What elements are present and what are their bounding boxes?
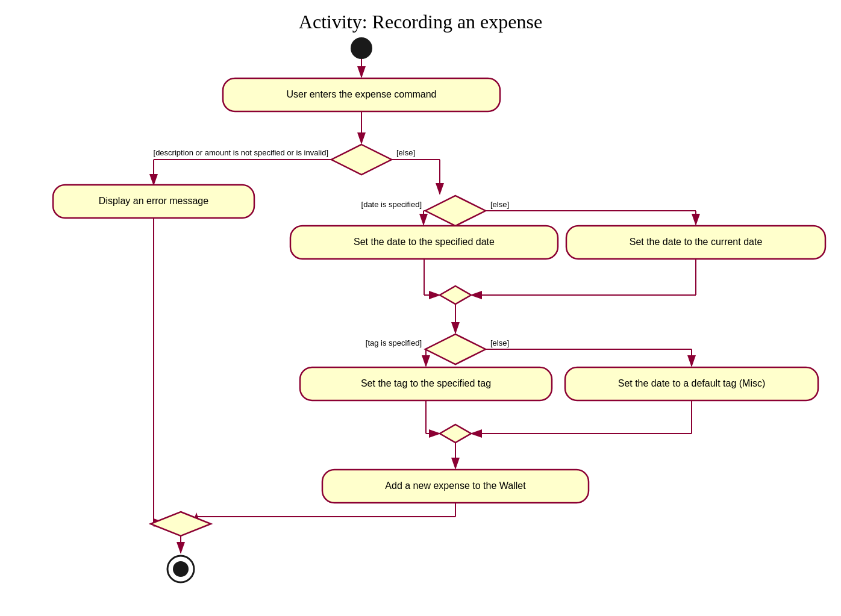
diamond2-label-left: [date is specified] <box>361 200 422 209</box>
end-node-inner <box>173 561 189 577</box>
diamond6 <box>151 512 211 536</box>
node-add-expense-text: Add a new expense to the Wallet <box>385 481 526 491</box>
node-set-tag-specified-text: Set the tag to the specified tag <box>361 378 491 388</box>
diamond2 <box>425 196 486 226</box>
diagram-container: Activity: Recording an expense User ente… <box>0 0 841 616</box>
start-node <box>351 37 372 59</box>
diamond4-label-right: [else] <box>490 338 509 347</box>
diamond5 <box>440 425 471 443</box>
diamond1 <box>331 145 392 175</box>
node-error-text: Display an error message <box>99 196 208 206</box>
diamond2-label-right: [else] <box>490 200 509 209</box>
node-set-date-current-text: Set the date to the current date <box>630 237 763 247</box>
diamond3 <box>440 286 471 304</box>
node-enter-command-text: User enters the expense command <box>286 89 436 99</box>
diamond1-label-left: [description or amount is not specified … <box>154 148 328 157</box>
diamond4 <box>425 334 486 364</box>
diamond4-label-left: [tag is specified] <box>366 338 422 347</box>
diamond1-label-right: [else] <box>396 148 415 157</box>
node-set-date-specified-text: Set the date to the specified date <box>354 237 495 247</box>
node-set-tag-default-text: Set the date to a default tag (Misc) <box>618 378 766 388</box>
